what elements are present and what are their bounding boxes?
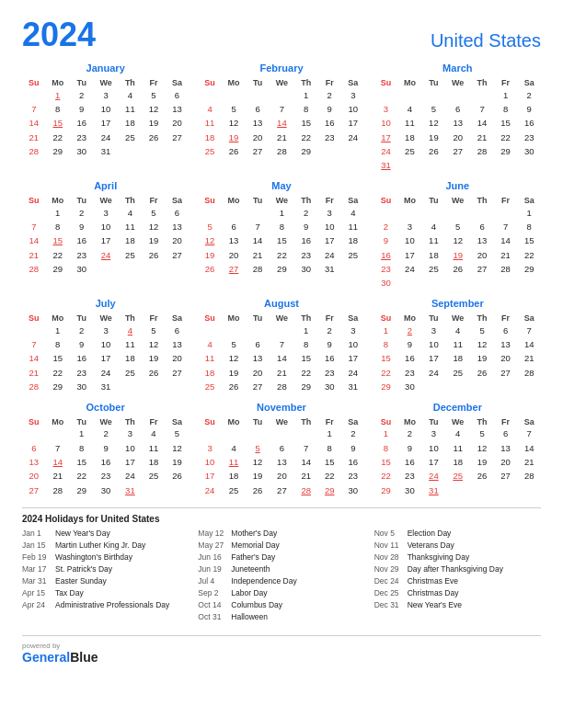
calendar-day: 30: [94, 483, 119, 497]
calendar-day: 6: [22, 441, 46, 455]
calendar-day: 4: [119, 88, 143, 102]
calendar-day: 10: [422, 441, 446, 455]
day-header-we: We: [270, 77, 294, 88]
calendar-day: 20: [222, 248, 246, 262]
day-header-fr: Fr: [317, 195, 341, 206]
list-item: Mar 17St. Patrick's Day: [22, 564, 189, 574]
calendar-day: 8: [494, 102, 518, 116]
calendar-day: 31: [374, 159, 398, 173]
calendar-day: [198, 427, 222, 441]
calendar-day: 18: [397, 131, 421, 144]
calendar-day: 29: [494, 144, 518, 158]
list-item: Jun 16Father's Day: [198, 552, 364, 563]
day-header-fr: Fr: [142, 313, 166, 324]
list-item: May 12Mother's Day: [198, 529, 364, 539]
holiday-name: Thanksgiving Day: [408, 552, 470, 563]
calendar-day: 8: [46, 337, 70, 351]
calendar-day: 21: [22, 131, 46, 144]
day-header-sa: Sa: [166, 195, 190, 206]
calendar-day: [422, 159, 446, 173]
calendar-day: 21: [22, 248, 46, 262]
day-header-mo: Mo: [46, 195, 70, 206]
calendar-day: 5: [166, 427, 190, 441]
calendar-day: 7: [46, 441, 70, 455]
month-block-august: AugustSuMoTuWeThFrSa12345678910111213141…: [198, 296, 364, 394]
calendar-day: 2: [70, 88, 94, 102]
calendar-day: 18: [119, 117, 143, 131]
calendar-day: 19: [222, 366, 246, 380]
day-header-sa: Sa: [517, 195, 541, 206]
calendar-day: [198, 88, 222, 102]
calendar-day: 5: [445, 220, 470, 233]
holiday-name: Labor Day: [231, 588, 267, 598]
calendar-day: 25: [142, 470, 166, 483]
calendar-day: 26: [142, 131, 166, 144]
day-header-fr: Fr: [494, 77, 518, 88]
holiday-date: Jun 19: [198, 564, 227, 574]
list-item: Oct 31Halloween: [198, 612, 364, 622]
calendar-day: [166, 262, 190, 276]
day-header-tu: Tu: [246, 416, 270, 427]
calendar-day: 28: [46, 483, 70, 497]
holidays-col3: Nov 5Election DayNov 11Veterans DayNov 2…: [374, 529, 541, 624]
calendar-day: 7: [22, 220, 46, 233]
calendar-day: [198, 206, 222, 220]
calendar-day: 28: [517, 470, 541, 483]
day-header-th: Th: [119, 416, 143, 427]
calendar-day: 16: [294, 234, 318, 248]
calendar-day: 24: [119, 470, 143, 483]
calendar-day: 10: [94, 337, 119, 351]
calendar-day: 21: [517, 352, 541, 366]
calendar-day: 2: [94, 427, 119, 441]
calendar-day: 14: [22, 352, 46, 366]
calendar-day: [119, 262, 143, 276]
list-item: Jul 4Independence Day: [198, 576, 364, 586]
calendar-day: 13: [166, 102, 190, 116]
calendar-day: 27: [166, 131, 190, 144]
day-header-fr: Fr: [494, 313, 518, 324]
calendar-day: 4: [445, 427, 470, 441]
calendar-day: 5: [142, 324, 166, 337]
calendar-day: 9: [341, 441, 365, 455]
calendar-day: 11: [198, 117, 222, 131]
calendar-day: 26: [222, 381, 246, 394]
month-block-april: AprilSuMoTuWeThFrSa123456789101112131415…: [22, 178, 189, 290]
calendar-day: [246, 206, 270, 220]
calendar-day: 22: [46, 131, 70, 144]
calendar-day: 9: [397, 441, 421, 455]
calendar-day: 16: [70, 117, 94, 131]
calendar-day: [422, 206, 446, 220]
month-block-september: SeptemberSuMoTuWeThFrSa12345678910111213…: [374, 296, 541, 394]
calendar-day: [494, 159, 518, 173]
calendar-day: 11: [119, 220, 143, 233]
calendar-day: 4: [341, 206, 365, 220]
calendar-day: 12: [142, 102, 166, 116]
calendar-day: 28: [517, 366, 541, 380]
calendar-day: 9: [374, 234, 398, 248]
calendar-day: 2: [374, 220, 398, 233]
calendar-day: 14: [22, 117, 46, 131]
day-header-tu: Tu: [70, 313, 94, 324]
calendar-day: 20: [445, 131, 470, 144]
calendar-day: 19: [445, 248, 470, 262]
calendar-day: 1: [294, 324, 318, 337]
calendar-day: [397, 277, 421, 290]
calendar-day: 29: [517, 262, 541, 276]
holiday-name: Christmas Day: [408, 588, 459, 598]
calendar-day: 29: [46, 381, 70, 394]
list-item: Apr 15Tax Day: [22, 588, 189, 598]
calendar-day: 19: [142, 352, 166, 366]
day-header-we: We: [270, 195, 294, 206]
calendar-day: 22: [517, 248, 541, 262]
calendar-day: 20: [22, 470, 46, 483]
calendar-day: [422, 277, 446, 290]
calendar-day: [341, 262, 365, 276]
calendar-day: 6: [246, 337, 270, 351]
holiday-name: Washington's Birthday: [55, 552, 132, 563]
day-header-we: We: [445, 77, 470, 88]
calendar-day: 20: [166, 117, 190, 131]
calendar-day: 7: [494, 220, 518, 233]
calendar-day: 23: [94, 470, 119, 483]
calendar-day: 15: [494, 117, 518, 131]
calendar-day: 30: [70, 144, 94, 158]
